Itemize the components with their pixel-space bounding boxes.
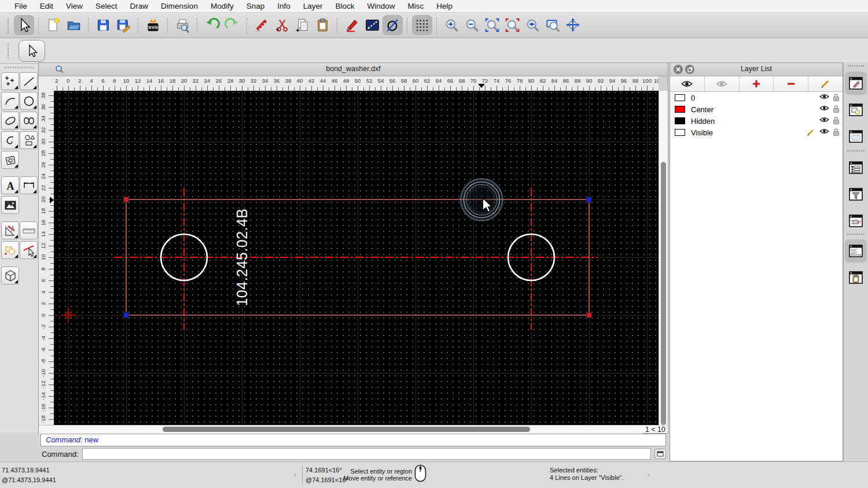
layer-panel-header[interactable]: Layer List — [670, 63, 843, 76]
menu-item-block[interactable]: Block — [329, 2, 361, 10]
hide-all-layers-button[interactable] — [705, 76, 740, 91]
spline-tool[interactable] — [20, 112, 38, 130]
new-file-button[interactable] — [43, 15, 64, 35]
deselect-tool[interactable] — [20, 241, 38, 259]
circle-tool[interactable] — [20, 92, 38, 110]
shapes-tool[interactable] — [20, 131, 38, 149]
toolbar-handle[interactable] — [8, 43, 11, 58]
save-button[interactable] — [93, 15, 113, 35]
save-as-button[interactable] — [113, 15, 134, 35]
measure-tool[interactable] — [20, 221, 38, 239]
redo-button[interactable] — [222, 15, 242, 35]
zoom-pan-button[interactable] — [563, 15, 583, 35]
layer-edit-pencil-icon[interactable] — [807, 128, 815, 138]
menu-item-view[interactable]: View — [60, 2, 89, 10]
layer-lock-icon[interactable] — [833, 116, 840, 127]
delete-selected-button[interactable] — [252, 15, 272, 35]
block-window-button[interactable] — [845, 209, 867, 232]
command-window-button[interactable] — [845, 239, 867, 263]
library-window-button[interactable] — [845, 125, 867, 148]
layer-row[interactable]: Center — [670, 103, 843, 115]
drawing-canvas[interactable]: 104.245.02.4B — [54, 91, 659, 425]
horizontal-scrollbar-thumb[interactable] — [163, 427, 530, 432]
menu-item-info[interactable]: Info — [271, 2, 297, 10]
palette-handle[interactable] — [4, 67, 34, 68]
menu-item-misc[interactable]: Misc — [402, 2, 431, 10]
add-layer-button[interactable] — [740, 76, 774, 91]
vertical-scrollbar-thumb[interactable] — [661, 162, 666, 425]
layer-color-swatch[interactable] — [675, 129, 685, 136]
menu-item-file[interactable]: File — [8, 2, 34, 10]
solid-3d-tool[interactable] — [1, 267, 19, 284]
image-tool[interactable] — [1, 196, 19, 214]
vertical-scrollbar[interactable] — [659, 91, 668, 425]
layer-lock-icon[interactable] — [833, 93, 840, 103]
remove-layer-button[interactable] — [774, 76, 808, 91]
open-file-button[interactable] — [64, 15, 84, 35]
pen-attributes-button[interactable] — [342, 15, 362, 35]
polyline-tool[interactable] — [1, 131, 19, 149]
menu-item-edit[interactable]: Edit — [34, 2, 60, 10]
document-titlebar[interactable]: bond_washer.dxf — [39, 63, 668, 76]
edit-layer-button[interactable] — [808, 76, 843, 91]
hatch-tool[interactable] — [1, 151, 19, 169]
select-button[interactable] — [14, 15, 34, 35]
spline-icon — [22, 114, 36, 128]
draft-mode-button[interactable] — [382, 15, 403, 35]
modify-tool[interactable] — [1, 221, 19, 239]
layer-color-swatch[interactable] — [675, 94, 685, 101]
menu-item-layer[interactable]: Layer — [297, 2, 329, 10]
menu-item-snap[interactable]: Snap — [240, 2, 271, 10]
layer-row[interactable]: Visible — [670, 127, 843, 138]
menu-item-modify[interactable]: Modify — [204, 2, 240, 10]
horizontal-scrollbar[interactable] — [39, 425, 642, 434]
show-all-layers-button[interactable] — [670, 76, 705, 91]
ellipse-tool[interactable] — [1, 112, 19, 130]
layer-visibility-eye-icon[interactable] — [819, 93, 829, 102]
line-tool[interactable] — [20, 72, 38, 90]
layer-color-swatch[interactable] — [675, 117, 685, 124]
toolbar-handle[interactable] — [8, 18, 11, 33]
command-detach-button[interactable] — [654, 449, 666, 459]
paste-button[interactable] — [312, 15, 333, 35]
select-arrow-button[interactable] — [19, 40, 45, 62]
menu-item-window[interactable]: Window — [361, 2, 402, 10]
cut-button[interactable] — [272, 15, 292, 35]
zoom-auto-button[interactable] — [482, 15, 502, 35]
filter-window-button[interactable] — [845, 183, 867, 206]
layer-row[interactable]: 0 — [670, 92, 843, 103]
export-svg-button[interactable]: SVG — [143, 15, 163, 35]
layer-row[interactable]: Hidden — [670, 115, 843, 127]
menu-item-select[interactable]: Select — [89, 2, 124, 10]
menu-item-dimension[interactable]: Dimension — [155, 2, 204, 10]
layer-visibility-eye-icon[interactable] — [819, 128, 829, 136]
copy-button[interactable] — [292, 15, 312, 35]
shapes-window-button[interactable] — [845, 98, 867, 121]
menu-item-draw[interactable]: Draw — [124, 2, 155, 10]
print-preview-button[interactable] — [172, 15, 193, 35]
arc-tool[interactable] — [1, 92, 19, 110]
zoom-out-button[interactable] — [462, 15, 482, 35]
text-tool[interactable]: A — [1, 176, 19, 194]
zoom-redraw-button[interactable] — [502, 15, 523, 35]
layer-lock-icon[interactable] — [833, 128, 840, 138]
layer-list-window-button[interactable] — [845, 156, 867, 179]
dock-handle[interactable] — [848, 65, 864, 66]
layer-visibility-eye-icon[interactable] — [819, 105, 829, 113]
layer-visibility-eye-icon[interactable] — [819, 116, 829, 125]
dimension-tool[interactable] — [20, 176, 38, 194]
command-input[interactable] — [82, 448, 651, 460]
zoom-window-button[interactable] — [543, 15, 563, 35]
order-tool[interactable] — [1, 241, 19, 259]
line-attributes-button[interactable] — [362, 15, 382, 35]
points-tool[interactable] — [1, 72, 19, 90]
layer-color-swatch[interactable] — [675, 106, 685, 113]
grid-toggle-button[interactable] — [412, 15, 432, 35]
pen-window-button[interactable] — [845, 72, 867, 95]
zoom-previous-button[interactable] — [523, 15, 543, 35]
menu-item-help[interactable]: Help — [430, 2, 459, 10]
zoom-in-button[interactable] — [442, 15, 462, 35]
clipboard-window-button[interactable] — [845, 266, 867, 289]
undo-button[interactable] — [202, 15, 222, 35]
layer-lock-icon[interactable] — [833, 105, 840, 115]
